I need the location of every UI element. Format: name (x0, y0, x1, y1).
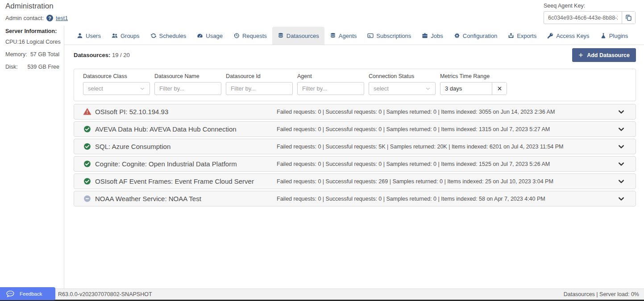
minus-circle-icon (83, 195, 91, 202)
datasource-row[interactable]: OSIsoft AF Event Frames: Event Frame Clo… (74, 173, 636, 189)
server-info-value: 16 Logical Cores (19, 39, 61, 45)
tab-label: Plugins (609, 33, 628, 39)
datasource-row[interactable]: Cognite: Cognite: Open Industrial Data P… (74, 156, 636, 172)
datasources-count: 19 / 20 (112, 52, 130, 58)
admin-tab-bar: UsersGroupsSchedulesUsageRequestsDatasou… (64, 27, 644, 45)
datasource-stats: Failed requests: 0 | Successful requests… (277, 196, 618, 202)
tab-requests[interactable]: Requests (228, 27, 272, 45)
chevron-down-icon[interactable] (618, 178, 625, 185)
tab-label: Exports (517, 33, 536, 39)
clear-filter-button[interactable] (492, 82, 507, 95)
filter-input-agent[interactable] (298, 82, 364, 95)
status-bar: R63.0.0-v202307070802-SNAPSHOT Datasourc… (0, 289, 644, 300)
datasource-stats: Failed requests: 0 | Successful requests… (277, 109, 618, 115)
plus-icon (578, 53, 583, 58)
speech-bubble-icon (6, 290, 14, 297)
datasource-stats: Failed requests: 0 | Successful requests… (277, 126, 618, 132)
filter-input-datasource-name[interactable] (155, 82, 221, 95)
tab-access-keys[interactable]: Access Keys (542, 27, 594, 45)
cogs-icon (454, 33, 460, 39)
check-circle-icon (83, 125, 91, 133)
add-datasource-button[interactable]: Add Datasource (572, 48, 636, 62)
feedback-label: Feedback (20, 291, 42, 297)
filter-connection-status: Connection Statusselect (369, 73, 436, 95)
tab-exports[interactable]: Exports (503, 27, 542, 45)
server-info-label: CPU: (5, 39, 19, 45)
datasource-stats: Failed requests: 0 | Successful requests… (277, 178, 618, 185)
datasource-filter-panel: Datasource ClassselectDatasource NameDat… (74, 69, 636, 101)
tab-usage[interactable]: Usage (191, 27, 228, 45)
datasource-name: SQL: Azure Consumption (95, 143, 277, 150)
chevron-down-icon[interactable] (618, 195, 625, 202)
server-info-row: CPU:16 Logical Cores (5, 39, 59, 45)
filter-control (440, 82, 507, 95)
filter-label: Metrics Time Range (440, 73, 507, 79)
add-datasource-label: Add Datasource (587, 52, 630, 58)
datasource-row[interactable]: SQL: Azure ConsumptionFailed requests: 0… (74, 139, 636, 154)
copy-icon (625, 14, 632, 21)
tab-schedules[interactable]: Schedules (145, 27, 192, 45)
server-info-value: 539 GB Free (27, 64, 59, 70)
tab-configuration[interactable]: Configuration (449, 27, 503, 45)
datasource-row[interactable]: OSIsoft PI: 52.10.194.93Failed requests:… (74, 104, 636, 120)
datasource-stats: Failed requests: 0 | Successful requests… (277, 144, 618, 150)
datasources-panel: Datasources: 19 / 20 Add Datasource Data… (64, 45, 644, 289)
datasource-name: OSIsoft AF Event Frames: Event Frame Clo… (95, 177, 277, 185)
tab-groups[interactable]: Groups (106, 27, 145, 45)
datasource-list: OSIsoft PI: 52.10.194.93Failed requests:… (74, 104, 636, 206)
feedback-button[interactable]: Feedback (0, 287, 55, 300)
tab-label: Requests (242, 33, 267, 39)
datasource-name: AVEVA Data Hub: AVEVA Data Hub Connectio… (95, 125, 277, 133)
chevron-down-icon[interactable] (618, 143, 625, 150)
datasources-heading-label: Datasources: (74, 52, 110, 58)
agent-key-input[interactable] (544, 12, 622, 24)
admin-contact: Admin contact: ? test1 (5, 15, 68, 21)
page-title: Administration (5, 2, 54, 11)
seeq-agent-key: Seeq Agent Key: (544, 3, 636, 24)
history-icon (233, 33, 240, 39)
chevron-down-icon[interactable] (618, 161, 625, 168)
database-icon (278, 33, 284, 39)
briefcase-icon (422, 33, 428, 39)
sync-icon (150, 33, 157, 39)
chevron-down-icon[interactable] (618, 108, 625, 115)
users-icon (112, 33, 118, 39)
select-value: select (88, 85, 103, 92)
filter-metrics-time-range: Metrics Time Range (440, 73, 507, 95)
copy-agent-key-button[interactable] (622, 12, 635, 24)
tab-users[interactable]: Users (71, 27, 106, 45)
datasource-row[interactable]: AVEVA Data Hub: AVEVA Data Hub Connectio… (74, 121, 636, 137)
filter-input-datasource-id[interactable] (226, 82, 292, 95)
datasource-name: OSIsoft PI: 52.10.194.93 (95, 108, 277, 115)
datasource-row[interactable]: NOAA Weather Service: NOAA TestFailed re… (74, 191, 636, 206)
filter-select-datasource-class[interactable]: select (83, 82, 150, 95)
datasources-count-heading: Datasources: 19 / 20 (74, 52, 130, 58)
tab-plugins[interactable]: Plugins (595, 27, 634, 45)
tab-subscriptions[interactable]: Subscriptions (362, 27, 416, 45)
tab-datasources[interactable]: Datasources (272, 27, 324, 45)
check-circle-icon (83, 143, 91, 150)
agent-key-label: Seeq Agent Key: (544, 3, 636, 9)
tab-jobs[interactable]: Jobs (416, 27, 448, 45)
datasource-name: Cognite: Cognite: Open Industrial Data P… (95, 160, 277, 168)
question-circle-icon: ? (46, 15, 53, 21)
tab-label: Usage (206, 33, 223, 39)
tab-label: Access Keys (556, 33, 589, 39)
subscription-icon (367, 33, 374, 39)
filter-select-connection-status[interactable]: select (369, 82, 436, 95)
tab-label: Subscriptions (376, 33, 411, 39)
tachometer-icon (197, 33, 203, 39)
datasource-name: NOAA Weather Service: NOAA Test (95, 195, 277, 202)
server-information-heading: Server Information: (5, 28, 59, 34)
key-icon (547, 33, 553, 39)
chevron-down-icon[interactable] (618, 126, 625, 133)
check-circle-icon (83, 177, 91, 185)
warning-icon (83, 108, 91, 115)
tab-label: Schedules (159, 33, 187, 39)
admin-contact-link[interactable]: test1 (56, 15, 68, 21)
tab-label: Datasources (287, 33, 319, 39)
tab-agents[interactable]: Agents (324, 27, 362, 45)
filter-input-metrics-time-range[interactable] (440, 82, 492, 95)
server-icon (330, 33, 336, 39)
filter-control (154, 82, 221, 95)
